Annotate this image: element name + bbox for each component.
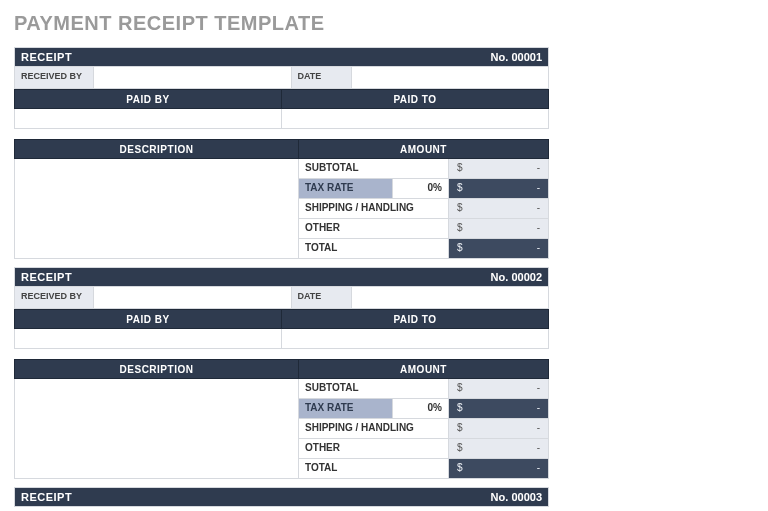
paid-input-row [14,109,549,129]
taxrate-label: TAX RATE [299,399,393,419]
receipt-label: RECEIPT [15,271,491,283]
paid-header-row: PAID BY PAID TO [14,89,549,109]
total-line: TOTAL $ [299,459,549,479]
date-label: DATE [292,67,352,89]
shipping-label: SHIPPING / HANDLING [299,419,449,439]
receipt-block: RECEIPT No. 00001 RECEIVED BY DATE PAID … [14,47,549,259]
paid-to-input[interactable] [282,109,549,129]
other-line: OTHER $ [299,219,549,239]
date-input[interactable] [352,67,550,89]
taxrate-input[interactable]: 0% [393,399,449,419]
paid-by-header: PAID BY [14,309,282,329]
description-input[interactable] [14,379,299,479]
receipt-number: No. 00001 [491,51,548,63]
receipt-label: RECEIPT [15,491,491,503]
subtotal-value: $ [449,379,549,399]
other-line: OTHER $ [299,439,549,459]
receipt-header: RECEIPT No. 00002 [14,267,549,287]
receipt-header: RECEIPT No. 00003 [14,487,549,507]
amount-header: AMOUNT [299,139,549,159]
receipt-number: No. 00003 [491,491,548,503]
paid-by-input[interactable] [14,109,282,129]
tax-amount: $ [449,179,549,199]
date-label: DATE [292,287,352,309]
amount-lines: SUBTOTAL $ TAX RATE 0% $ SHIPPING / HAND… [299,379,549,479]
total-line: TOTAL $ [299,239,549,259]
meta-row: RECEIVED BY DATE [14,67,549,89]
receipt-number: No. 00002 [491,271,548,283]
subtotal-label: SUBTOTAL [299,159,449,179]
description-header: DESCRIPTION [14,359,299,379]
tax-amount: $ [449,399,549,419]
subtotal-value: $ [449,159,549,179]
shipping-line: SHIPPING / HANDLING $ [299,199,549,219]
shipping-line: SHIPPING / HANDLING $ [299,419,549,439]
meta-row: RECEIVED BY DATE [14,287,549,309]
received-by-label: RECEIVED BY [14,67,94,89]
paid-to-header: PAID TO [282,89,549,109]
paid-to-header: PAID TO [282,309,549,329]
taxrate-label: TAX RATE [299,179,393,199]
other-label: OTHER [299,219,449,239]
description-input[interactable] [14,159,299,259]
paid-header-row: PAID BY PAID TO [14,309,549,329]
taxrate-line: TAX RATE 0% $ [299,399,549,419]
shipping-label: SHIPPING / HANDLING [299,199,449,219]
total-value: $ [449,459,549,479]
description-header: DESCRIPTION [14,139,299,159]
amount-header: AMOUNT [299,359,549,379]
date-input[interactable] [352,287,550,309]
received-by-input[interactable] [94,287,292,309]
taxrate-line: TAX RATE 0% $ [299,179,549,199]
subtotal-label: SUBTOTAL [299,379,449,399]
total-value: $ [449,239,549,259]
shipping-value: $ [449,199,549,219]
received-by-label: RECEIVED BY [14,287,94,309]
other-value: $ [449,439,549,459]
receipt-body: SUBTOTAL $ TAX RATE 0% $ SHIPPING / HAND… [14,159,549,259]
taxrate-input[interactable]: 0% [393,179,449,199]
subtotal-line: SUBTOTAL $ [299,159,549,179]
page-title: PAYMENT RECEIPT TEMPLATE [14,12,754,35]
desc-amt-header: DESCRIPTION AMOUNT [14,359,549,379]
receipt-block: RECEIPT No. 00002 RECEIVED BY DATE PAID … [14,267,549,479]
amount-lines: SUBTOTAL $ TAX RATE 0% $ SHIPPING / HAND… [299,159,549,259]
receipt-body: SUBTOTAL $ TAX RATE 0% $ SHIPPING / HAND… [14,379,549,479]
total-label: TOTAL [299,239,449,259]
subtotal-line: SUBTOTAL $ [299,379,549,399]
receipt-block: RECEIPT No. 00003 [14,487,549,507]
other-label: OTHER [299,439,449,459]
paid-to-input[interactable] [282,329,549,349]
desc-amt-header: DESCRIPTION AMOUNT [14,139,549,159]
shipping-value: $ [449,419,549,439]
receipt-header: RECEIPT No. 00001 [14,47,549,67]
total-label: TOTAL [299,459,449,479]
paid-input-row [14,329,549,349]
receipt-label: RECEIPT [15,51,491,63]
paid-by-input[interactable] [14,329,282,349]
paid-by-header: PAID BY [14,89,282,109]
received-by-input[interactable] [94,67,292,89]
other-value: $ [449,219,549,239]
